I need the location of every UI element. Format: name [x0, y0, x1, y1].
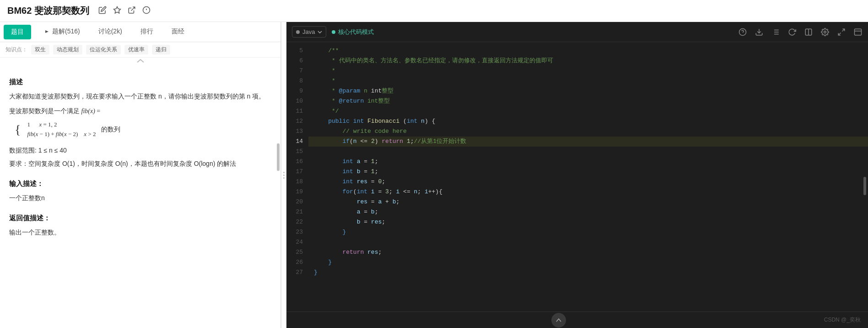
code-line-27: }	[308, 268, 868, 278]
svg-line-17	[842, 29, 845, 31]
tag-2[interactable]: 位运化关系	[86, 45, 121, 55]
line-num-27: 27	[286, 268, 303, 278]
token-plain: (	[399, 116, 407, 126]
star-icon[interactable]	[113, 6, 121, 16]
divider-dot-1	[283, 172, 285, 173]
line-num-16: 16	[286, 157, 303, 167]
token-param: res	[357, 177, 367, 187]
tag-4[interactable]: 递归	[152, 45, 170, 55]
line-num-20: 20	[286, 197, 303, 207]
line-num-8: 8	[286, 76, 303, 86]
token-cm-doc: 整型	[382, 86, 394, 96]
line-num-19: 19	[286, 187, 303, 197]
token-cm: // write code here	[342, 126, 406, 137]
edit-icon[interactable]	[98, 6, 107, 16]
bottom-bar: CSDN @_奕秋	[286, 312, 868, 328]
token-plain: ;	[417, 187, 425, 197]
token-plain	[350, 116, 353, 126]
token-plain	[364, 116, 367, 126]
line-num-24: 24	[286, 237, 303, 247]
token-param: a	[357, 207, 361, 217]
code-area[interactable]: /** * 代码中的类名、方法名、参数名已经指定，请勿修改，直接返回方法规定的值…	[308, 42, 868, 312]
lang-dot	[296, 30, 300, 34]
tab-solution-label: 题解(516)	[52, 27, 80, 36]
formula-row-1: 1 x = 1, 2	[27, 120, 96, 130]
tab-interview[interactable]: 面经	[162, 22, 194, 42]
token-plain	[314, 227, 342, 237]
scroll-handle[interactable]	[277, 143, 280, 171]
top-bar: BM62 斐波那契数列	[0, 0, 868, 22]
data-range: 数据范围: 1 ≤ n ≤ 40	[9, 145, 271, 156]
token-plain: (	[350, 137, 353, 147]
video-icon	[44, 29, 50, 34]
layout-icon[interactable]	[804, 27, 813, 37]
token-plain	[314, 137, 342, 147]
formula-row-2: fib(x − 1) + fib(x − 2) x > 2	[27, 130, 96, 139]
code-line-22: b = res;	[308, 217, 868, 227]
token-cm-doc: /**	[314, 46, 339, 56]
token-param: res	[367, 247, 378, 257]
token-plain: ;	[410, 137, 414, 147]
token-plain	[314, 126, 342, 137]
scroll-up-button[interactable]	[551, 313, 566, 328]
list-icon[interactable]	[771, 27, 780, 37]
token-plain: (	[353, 187, 357, 197]
knowledge-tags: 知识点： 双生 动态规划 位运化关系 优速率 递归	[0, 42, 280, 58]
formula-suffix: 的数列	[101, 124, 120, 135]
svg-point-16	[824, 31, 826, 33]
page-title: BM62 斐波那契数列	[7, 5, 89, 17]
token-param: n	[414, 187, 418, 197]
settings-icon[interactable]	[820, 27, 830, 37]
token-cm-doc: *	[314, 66, 335, 76]
token-plain	[314, 167, 342, 177]
tab-discuss[interactable]: 讨论(2k)	[89, 22, 131, 42]
line-num-12: 12	[286, 116, 303, 126]
knowledge-label: 知识点：	[5, 46, 27, 54]
token-param: b	[371, 207, 375, 217]
token-num: 2	[371, 137, 375, 147]
token-plain: =	[360, 217, 371, 227]
tab-problem[interactable]: 题目	[4, 25, 31, 39]
token-plain: ;	[375, 157, 378, 167]
line-num-11: 11	[286, 106, 303, 116]
token-cm-doc: int整型	[364, 96, 390, 106]
tag-3[interactable]: 优速率	[124, 45, 148, 55]
refresh-icon[interactable]	[787, 27, 797, 37]
token-plain: <=	[357, 137, 371, 147]
share-icon[interactable]	[128, 6, 136, 16]
token-plain: +	[382, 197, 392, 207]
token-plain	[314, 257, 328, 268]
fullscreen-icon[interactable]	[837, 27, 846, 37]
token-plain	[314, 116, 328, 126]
token-cm-doc: n	[360, 86, 371, 96]
token-plain: ;	[389, 187, 396, 197]
close-panel-icon[interactable]	[853, 27, 863, 37]
panel-divider[interactable]	[281, 22, 286, 328]
scroll-up-indicator[interactable]	[0, 58, 280, 64]
token-param: a	[357, 157, 361, 167]
editor-scroll-handle[interactable]	[863, 177, 866, 195]
tab-rank-label: 排行	[140, 27, 153, 36]
tab-rank[interactable]: 排行	[131, 22, 162, 42]
tag-1[interactable]: 动态规划	[53, 45, 82, 55]
token-kw: }	[328, 257, 332, 268]
mode-dot	[332, 30, 335, 34]
token-kw: int	[357, 187, 367, 197]
code-line-26: }	[308, 257, 868, 268]
tag-0[interactable]: 双生	[31, 45, 49, 55]
info-icon[interactable]	[142, 6, 151, 16]
requirements: 要求：空间复杂度 O(1)，时间复杂度 O(n)，本题也有时间复杂度 O(log…	[9, 158, 271, 169]
help-icon[interactable]	[738, 27, 747, 37]
token-kw: public	[328, 116, 350, 126]
code-line-9: * @param n int整型	[308, 86, 868, 96]
language-selector[interactable]: Java	[292, 26, 326, 38]
download-icon[interactable]	[755, 27, 764, 37]
token-plain: =	[367, 177, 378, 187]
code-line-19: for(int i = 3; i <= n; i++){	[308, 187, 868, 197]
token-cm-doc: */	[314, 106, 339, 116]
token-cm: //从第1位开始计数	[414, 137, 466, 147]
line-num-15: 15	[286, 147, 303, 157]
tab-solution[interactable]: 题解(516)	[35, 22, 89, 42]
token-plain: =	[375, 187, 385, 197]
code-line-17: int b = 1;	[308, 167, 868, 177]
